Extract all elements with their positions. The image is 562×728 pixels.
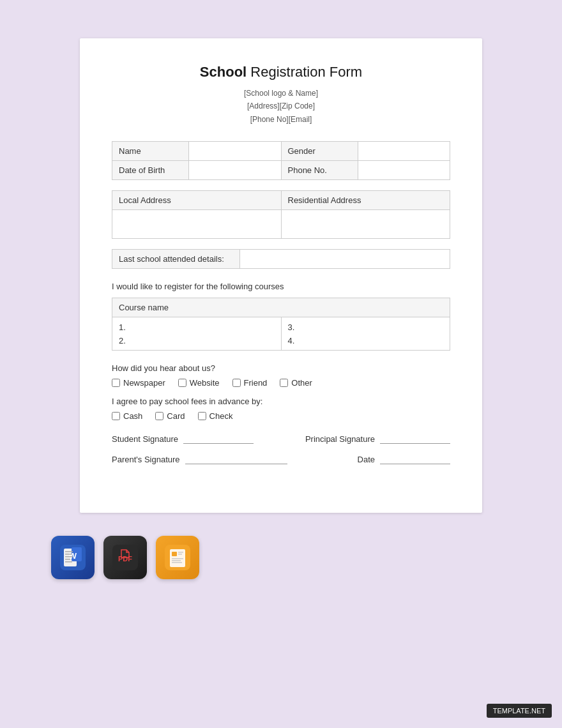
other-option[interactable]: Other <box>280 378 312 388</box>
cash-checkbox[interactable] <box>112 412 120 420</box>
school-contact: [Phone No][Email] <box>112 113 450 126</box>
last-school-row: Last school attended details: <box>112 250 450 269</box>
page-wrapper: School Registration Form [School logo & … <box>0 0 562 605</box>
form-card: School Registration Form [School logo & … <box>80 38 482 513</box>
local-address-label: Local Address <box>112 191 282 210</box>
svg-rect-8 <box>65 561 72 563</box>
website-label: Website <box>190 378 220 388</box>
phone-value <box>358 161 450 180</box>
website-option[interactable]: Website <box>178 378 220 388</box>
parent-sig-item: Parent's Signature <box>112 454 287 464</box>
friend-option[interactable]: Friend <box>232 378 268 388</box>
principal-sig-line <box>380 434 450 444</box>
pages-app-icon[interactable] <box>156 536 199 579</box>
school-logo-name: [School logo & Name] <box>112 87 450 100</box>
template-badge: TEMPLATE.NET <box>487 704 552 718</box>
last-school-value <box>240 250 450 269</box>
svg-rect-5 <box>65 554 72 555</box>
hear-options: Newspaper Website Friend Other <box>112 378 450 388</box>
svg-text:PDF: PDF <box>118 555 132 563</box>
residential-address-value <box>281 210 450 239</box>
card-label: Card <box>167 411 185 421</box>
student-sig-line <box>183 434 254 444</box>
fees-section: I agree to pay school fees in advance by… <box>112 397 450 421</box>
course-1: 1. <box>119 322 275 332</box>
course-2: 2. <box>119 336 275 345</box>
date-label: Date <box>358 455 375 464</box>
other-label: Other <box>291 378 312 388</box>
school-info: [School logo & Name] [Address][Zip Code]… <box>112 87 450 126</box>
word-icon-inner: W <box>60 545 86 570</box>
name-value <box>189 142 282 161</box>
other-checkbox[interactable] <box>280 379 288 387</box>
phone-label: Phone No. <box>281 161 358 180</box>
card-checkbox[interactable] <box>155 412 163 420</box>
parent-sig-label: Parent's Signature <box>112 455 180 464</box>
word-svg: W <box>60 545 86 570</box>
newspaper-option[interactable]: Newspaper <box>112 378 165 388</box>
courses-right: 3. 4. <box>281 317 450 351</box>
svg-rect-13 <box>172 552 177 556</box>
dob-label: Date of Birth <box>112 161 189 180</box>
hear-section: How did you hear about us? Newspaper Web… <box>112 363 450 388</box>
pdf-app-icon[interactable]: PDF <box>103 536 147 579</box>
svg-rect-14 <box>172 558 183 559</box>
svg-rect-15 <box>172 560 181 561</box>
cash-label: Cash <box>123 411 142 421</box>
pdf-svg: PDF <box>112 545 138 570</box>
bottom-icons: W PDF <box>51 536 199 579</box>
svg-rect-18 <box>178 554 182 555</box>
gender-value <box>358 142 450 161</box>
form-title: School Registration Form <box>112 64 450 80</box>
courses-left: 1. 2. <box>112 317 282 351</box>
dob-phone-row: Date of Birth Phone No. <box>112 161 450 180</box>
name-gender-row: Name Gender <box>112 142 450 161</box>
sig-row-2: Parent's Signature Date <box>112 454 450 464</box>
svg-rect-6 <box>65 556 73 557</box>
student-sig-label: Student Signature <box>112 434 178 444</box>
card-option[interactable]: Card <box>155 411 185 421</box>
check-checkbox[interactable] <box>198 412 206 420</box>
newspaper-checkbox[interactable] <box>112 379 120 387</box>
parent-sig-line <box>185 454 287 464</box>
website-checkbox[interactable] <box>178 379 186 387</box>
hear-question: How did you hear about us? <box>112 363 450 373</box>
friend-checkbox[interactable] <box>232 379 241 387</box>
form-title-section: School Registration Form <box>112 64 450 80</box>
address-content-row <box>112 210 450 239</box>
last-school-table: Last school attended details: <box>112 249 450 269</box>
local-address-value <box>112 210 282 239</box>
check-label: Check <box>209 411 233 421</box>
principal-sig-item: Principal Signature <box>305 434 450 444</box>
fees-options: Cash Card Check <box>112 411 450 421</box>
word-app-icon[interactable]: W <box>51 536 95 579</box>
name-label: Name <box>112 142 189 161</box>
address-header-row: Local Address Residential Address <box>112 191 450 210</box>
fees-label: I agree to pay school fees in advance by… <box>112 397 450 406</box>
school-address: [Address][Zip Code] <box>112 100 450 112</box>
date-sig-line <box>380 454 450 464</box>
newspaper-label: Newspaper <box>123 378 165 388</box>
friend-label: Friend <box>244 378 268 388</box>
courses-table: Course name 1. 2. 3. 4. <box>112 298 450 351</box>
courses-content-row: 1. 2. 3. 4. <box>112 317 450 351</box>
check-option[interactable]: Check <box>198 411 233 421</box>
courses-intro: I would like to register for the followi… <box>112 282 450 291</box>
svg-rect-16 <box>172 562 182 563</box>
sig-row-1: Student Signature Principal Signature <box>112 434 450 444</box>
pages-svg <box>165 545 190 570</box>
principal-sig-label: Principal Signature <box>305 434 375 444</box>
gender-label: Gender <box>281 142 358 161</box>
svg-rect-17 <box>178 552 183 553</box>
last-school-label: Last school attended details: <box>112 250 240 269</box>
dob-value <box>189 161 282 180</box>
svg-rect-4 <box>65 551 73 552</box>
residential-address-label: Residential Address <box>281 191 450 210</box>
basic-info-table: Name Gender Date of Birth Phone No. <box>112 141 450 180</box>
course-name-header: Course name <box>112 298 450 317</box>
courses-header-row: Course name <box>112 298 450 317</box>
course-4: 4. <box>288 336 444 345</box>
course-3: 3. <box>288 322 444 332</box>
student-sig-item: Student Signature <box>112 434 254 444</box>
cash-option[interactable]: Cash <box>112 411 142 421</box>
